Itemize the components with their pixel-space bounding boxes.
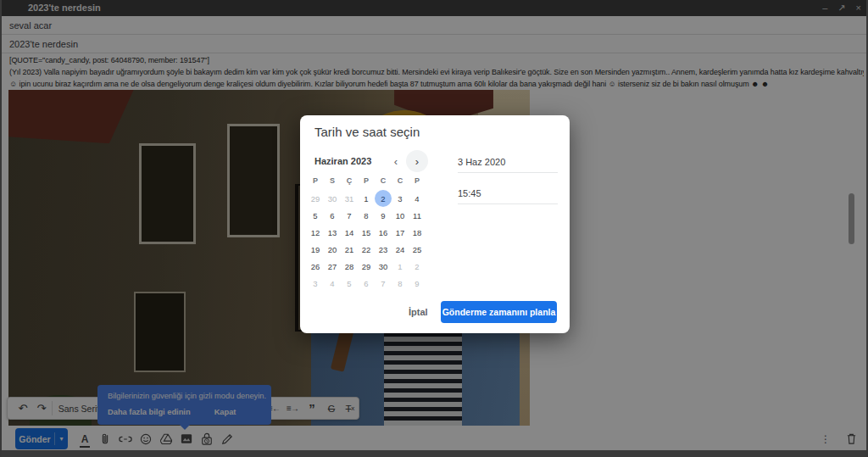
weekday-label: P (409, 175, 426, 187)
calendar-day[interactable]: 14 (341, 224, 358, 241)
weekday-label: P (358, 175, 375, 187)
calendar-day[interactable]: 15 (358, 224, 375, 241)
calendar-day[interactable]: 3 (392, 190, 409, 207)
weekday-label: P (307, 175, 324, 187)
calendar-day[interactable]: 11 (409, 207, 426, 224)
time-underline (458, 203, 558, 204)
calendar-day[interactable]: 5 (341, 275, 358, 292)
calendar-day[interactable]: 21 (341, 241, 358, 258)
calendar-day[interactable]: 7 (341, 207, 358, 224)
calendar-day[interactable]: 26 (307, 258, 324, 275)
calendar-day[interactable]: 1 (358, 190, 375, 207)
calendar-day[interactable]: 30 (375, 258, 392, 275)
previous-month-icon[interactable]: ‹ (390, 155, 402, 167)
date-value: 3 Haz 2020 (458, 157, 558, 172)
calendar-day[interactable]: 12 (307, 224, 324, 241)
calendar-day[interactable]: 4 (324, 275, 341, 292)
calendar-day[interactable]: 1 (392, 258, 409, 275)
calendar-day[interactable]: 6 (358, 275, 375, 292)
date-underline (458, 172, 558, 173)
dialog-title: Tarih ve saat seçin (314, 125, 420, 139)
calendar-day[interactable]: 24 (392, 241, 409, 258)
calendar-day[interactable]: 22 (358, 241, 375, 258)
calendar-day-selected[interactable]: 2 (375, 190, 392, 207)
next-month-icon[interactable]: › (406, 150, 428, 172)
calendar-day[interactable]: 4 (409, 190, 426, 207)
time-value: 15:45 (458, 188, 558, 203)
calendar-day[interactable]: 3 (307, 275, 324, 292)
weekday-label: C (375, 175, 392, 187)
calendar-day[interactable]: 8 (392, 275, 409, 292)
calendar-day[interactable]: 10 (392, 207, 409, 224)
calendar-day[interactable]: 31 (341, 190, 358, 207)
cancel-button[interactable]: İptal (403, 304, 433, 320)
calendar-day[interactable]: 7 (375, 275, 392, 292)
schedule-send-button[interactable]: Gönderme zamanını planla (441, 301, 557, 323)
date-input[interactable]: 3 Haz 2020 (458, 157, 558, 173)
weekday-label: Ç (341, 175, 358, 187)
calendar-day[interactable]: 5 (307, 207, 324, 224)
calendar-day[interactable]: 23 (375, 241, 392, 258)
calendar-day[interactable]: 9 (409, 275, 426, 292)
calendar-day[interactable]: 17 (392, 224, 409, 241)
calendar-day[interactable]: 30 (324, 190, 341, 207)
weekday-label: C (392, 175, 409, 187)
calendar-day[interactable]: 29 (307, 190, 324, 207)
calendar-day[interactable]: 8 (358, 207, 375, 224)
calendar-grid: 2930311234567891011121314151617181920212… (307, 190, 426, 292)
calendar-weekday-row: PSÇPCCP (307, 175, 426, 187)
calendar-day[interactable]: 6 (324, 207, 341, 224)
calendar-month-label: Haziran 2023 (314, 156, 371, 166)
calendar-day[interactable]: 9 (375, 207, 392, 224)
time-input[interactable]: 15:45 (458, 188, 558, 204)
calendar-day[interactable]: 27 (324, 258, 341, 275)
calendar-day[interactable]: 18 (409, 224, 426, 241)
calendar-day[interactable]: 20 (324, 241, 341, 258)
calendar-day[interactable]: 16 (375, 224, 392, 241)
calendar-day[interactable]: 19 (307, 241, 324, 258)
calendar-day[interactable]: 29 (358, 258, 375, 275)
weekday-label: S (324, 175, 341, 187)
compose-window: 2023'te nerdesin – ↗ × seval acar 2023't… (0, 0, 868, 457)
calendar-day[interactable]: 25 (409, 241, 426, 258)
calendar-day[interactable]: 2 (409, 258, 426, 275)
calendar-day[interactable]: 28 (341, 258, 358, 275)
calendar-day[interactable]: 13 (324, 224, 341, 241)
schedule-send-dialog: Tarih ve saat seçin Haziran 2023 ‹ › PSÇ… (300, 115, 570, 333)
